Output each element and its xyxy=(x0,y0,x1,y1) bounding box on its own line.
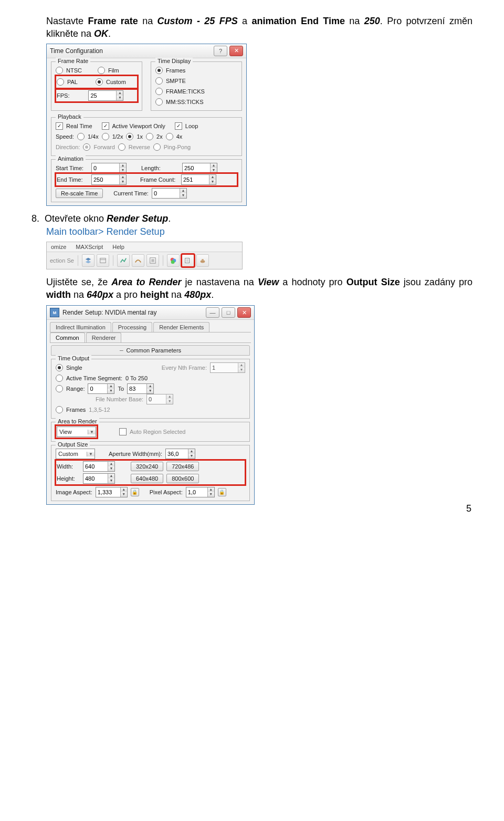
animation-legend: Animation xyxy=(56,155,86,162)
avo-checkbox[interactable] xyxy=(102,122,109,130)
tab-common[interactable]: Common xyxy=(50,332,85,342)
titlebar: Time Configuration ? ✕ xyxy=(47,44,246,58)
render-setup-window: M Render Setup: NVIDIA mental ray — □ ✕ … xyxy=(46,305,255,505)
close-button[interactable]: ✕ xyxy=(229,46,243,56)
lock-image-aspect-icon[interactable]: 🔒 xyxy=(131,488,139,496)
start-time-input[interactable]: ▲▼ xyxy=(91,163,127,173)
loop-checkbox[interactable] xyxy=(175,122,182,130)
toolbar-screenshot: omize MAXScript Help ection Se xyxy=(46,242,243,269)
preset-640x480[interactable]: 640x480 xyxy=(131,474,163,483)
enf-input: ▲▼ xyxy=(210,362,245,373)
time-config-window: Time Configuration ? ✕ Frame Rate NTSC F… xyxy=(46,44,247,206)
auto-region-checkbox xyxy=(119,428,127,435)
svg-rect-0 xyxy=(100,258,106,263)
window-title: Time Configuration xyxy=(50,47,212,55)
ats-radio[interactable] xyxy=(56,375,63,382)
image-aspect-input[interactable]: ▲▼ xyxy=(96,487,128,497)
atr-legend: Area to Render xyxy=(56,418,99,424)
output-preset-select[interactable]: Custom▼ xyxy=(56,449,95,459)
frame-count-input[interactable]: ▲▼ xyxy=(181,174,216,185)
maximize-button[interactable]: □ xyxy=(222,307,235,318)
render-setup-paragraph: Ujistěte se, že Area to Render je nastav… xyxy=(46,276,472,302)
menu-help[interactable]: Help xyxy=(112,244,124,250)
time-display-legend: Time Display xyxy=(155,58,193,64)
frame-rate-legend: Frame Rate xyxy=(56,58,90,64)
page-number: 5 xyxy=(466,503,471,514)
smpte-radio[interactable] xyxy=(155,77,163,85)
close-button[interactable]: ✕ xyxy=(237,307,251,318)
graph-icon[interactable] xyxy=(117,254,130,267)
tab-render-elements[interactable]: Render Elements xyxy=(153,322,209,332)
range-a-input[interactable]: ▲▼ xyxy=(88,383,114,394)
teapot-icon[interactable] xyxy=(196,254,209,267)
dir-fwd-radio xyxy=(83,143,90,151)
preset-320x240[interactable]: 320x240 xyxy=(131,462,163,471)
pal-radio[interactable] xyxy=(57,78,64,86)
speed-1x-radio[interactable] xyxy=(126,133,133,140)
fps-input[interactable]: ▲▼ xyxy=(88,90,123,101)
speed-12-radio[interactable] xyxy=(102,133,109,140)
frames-radio[interactable] xyxy=(155,67,163,74)
tab-processing[interactable]: Processing xyxy=(112,322,152,332)
tab-renderer[interactable]: Renderer xyxy=(86,332,122,342)
realtime-checkbox[interactable] xyxy=(56,122,63,130)
layers-manage-icon[interactable] xyxy=(97,254,109,267)
fnb-input: ▲▼ xyxy=(146,394,173,404)
end-time-input[interactable]: ▲▼ xyxy=(91,174,127,185)
schematic-icon[interactable] xyxy=(146,254,159,267)
height-input[interactable]: ▲▼ xyxy=(83,473,115,484)
svg-point-7 xyxy=(201,260,205,263)
tab-indirect[interactable]: Indirect Illumination xyxy=(50,322,111,332)
atr-select[interactable]: View▼ xyxy=(57,427,96,437)
time-output-legend: Time Output xyxy=(56,355,91,361)
single-radio[interactable] xyxy=(56,364,63,371)
material-icon[interactable] xyxy=(167,254,180,267)
film-radio[interactable] xyxy=(98,67,105,74)
intro-paragraph: Nastavte Frame rate na Custom - 25 FPS a… xyxy=(46,15,472,40)
dir-pp-radio xyxy=(153,143,161,151)
rescale-button[interactable]: Re-scale Time xyxy=(56,189,103,198)
step-8: 8. Otevřete okno Render Setup. xyxy=(32,213,472,224)
frameticks-radio[interactable] xyxy=(155,88,163,95)
playback-legend: Playback xyxy=(56,113,83,120)
preset-720x486[interactable]: 720x486 xyxy=(166,462,199,471)
step-8-path: Main toolbar> Render Setup xyxy=(46,226,472,237)
range-b-input[interactable]: ▲▼ xyxy=(127,383,154,394)
aperture-input[interactable]: ▲▼ xyxy=(165,449,195,459)
speed-14-radio[interactable] xyxy=(77,133,85,140)
menu-omize[interactable]: omize xyxy=(51,244,66,250)
svg-point-5 xyxy=(171,260,175,264)
common-params-header: Common Parameters xyxy=(127,347,182,354)
speed-2x-radio[interactable] xyxy=(146,133,153,140)
speed-4x-radio[interactable] xyxy=(166,133,173,140)
render-setup-icon[interactable] xyxy=(182,254,194,267)
minimize-button[interactable]: — xyxy=(206,307,219,318)
output-size-legend: Output Size xyxy=(56,441,90,448)
width-input[interactable]: ▲▼ xyxy=(83,461,115,472)
range-radio[interactable] xyxy=(56,385,63,392)
menu-maxscript[interactable]: MAXScript xyxy=(76,244,103,250)
help-button[interactable]: ? xyxy=(214,46,227,56)
length-input[interactable]: ▲▼ xyxy=(182,163,217,173)
lock-pixel-aspect-icon[interactable]: 🔒 xyxy=(218,488,226,496)
svg-rect-8 xyxy=(202,259,204,260)
pixel-aspect-input[interactable]: ▲▼ xyxy=(186,487,215,497)
window-title: Render Setup: NVIDIA mental ray xyxy=(62,309,204,316)
mmssticks-radio[interactable] xyxy=(155,98,163,106)
frames-radio[interactable] xyxy=(56,406,63,413)
ntsc-radio[interactable] xyxy=(56,67,63,74)
curve-icon[interactable] xyxy=(132,254,144,267)
app-icon: M xyxy=(50,308,59,317)
fps-label: FPS: xyxy=(57,92,69,99)
current-time-input[interactable]: ▲▼ xyxy=(152,188,187,199)
dir-rev-radio xyxy=(118,143,125,151)
layers-icon[interactable] xyxy=(82,254,94,267)
custom-radio[interactable] xyxy=(96,78,103,86)
preset-800x600[interactable]: 800x600 xyxy=(166,474,199,483)
svg-rect-2 xyxy=(151,259,154,262)
